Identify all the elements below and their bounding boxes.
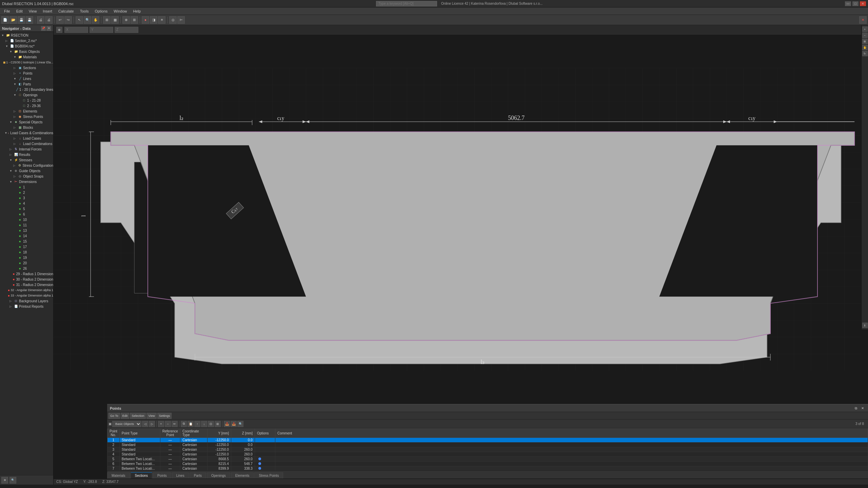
- open-button[interactable]: 📂: [9, 16, 17, 24]
- view-3d-button[interactable]: ▦: [111, 16, 119, 24]
- undo-button[interactable]: ↩: [56, 16, 64, 24]
- nav-pin-button[interactable]: 📌: [41, 26, 46, 31]
- tb2-del-btn[interactable]: −: [165, 421, 171, 427]
- tree-openings[interactable]: ▼ □ Openings: [0, 92, 53, 98]
- snap-button[interactable]: ◎: [169, 16, 177, 24]
- tree-bg-layers[interactable]: ▷ ⊟ Background Layers: [0, 298, 53, 304]
- nav-close-button[interactable]: ✕: [46, 26, 51, 31]
- rt-prop-btn[interactable]: ℹ: [862, 323, 868, 328]
- tree-dim-5[interactable]: ■5: [0, 206, 53, 211]
- tree-dim-1[interactable]: ■1: [0, 184, 53, 190]
- tb2-btn1[interactable]: ◁: [142, 421, 148, 427]
- table-row[interactable]: 2 — Cartesian -12250.0 0.0: [107, 443, 868, 447]
- tree-stresses[interactable]: ▼ ⚡ Stresses: [0, 157, 53, 163]
- coord-button[interactable]: ⊕: [122, 16, 130, 24]
- tree-dim-13[interactable]: ■13: [0, 228, 53, 233]
- tree-dim-19[interactable]: ■19: [0, 255, 53, 260]
- cell-type[interactable]: [119, 457, 160, 462]
- bottom-panel-float-btn[interactable]: ⧉: [853, 406, 859, 411]
- select-button[interactable]: ↖: [76, 16, 83, 24]
- tree-elements[interactable]: ▷ ⊡ Elements: [0, 108, 53, 114]
- stop-button[interactable]: ✕: [859, 16, 867, 24]
- view-fit-button[interactable]: ⊞: [103, 16, 111, 24]
- cell-type[interactable]: [119, 443, 160, 447]
- tree-stress-config[interactable]: ▷ ⚙ Stress Configuration: [0, 163, 53, 168]
- tree-materials[interactable]: ▼ 📁 Materials: [0, 54, 53, 60]
- rt-fit-btn[interactable]: ⊞: [862, 39, 868, 44]
- tb2-paste-btn[interactable]: 📋: [188, 421, 194, 427]
- cell-type[interactable]: [119, 466, 160, 471]
- settings-btn[interactable]: Settings: [157, 413, 172, 419]
- table-row[interactable]: 1 — Cartesian -12250.0 0.0: [107, 438, 868, 443]
- coord-x-input[interactable]: [64, 27, 88, 33]
- print-button[interactable]: 🖨: [37, 16, 44, 24]
- tab-materials[interactable]: Materials: [107, 472, 130, 479]
- table-row[interactable]: 6 — Cartesian 8215.4 548.7: [107, 462, 868, 466]
- tb2-icon5[interactable]: 📥: [224, 421, 230, 427]
- table-row[interactable]: 7 — Cartesian 8399.9 338.3: [107, 466, 868, 471]
- table-row[interactable]: 4 — Cartesian -12250.0 260.0: [107, 452, 868, 457]
- tree-lines-1-20[interactable]: ╱ 1 - 20 | Boundary lines: [0, 87, 53, 92]
- filter-select[interactable]: Basic Objects: [112, 421, 141, 427]
- tree-dim-15[interactable]: ■15: [0, 239, 53, 244]
- tree-dimensions[interactable]: ▼ ⊢ Dimensions: [0, 179, 53, 184]
- cell-type[interactable]: [119, 462, 160, 466]
- menu-calculate[interactable]: Calculate: [56, 7, 77, 15]
- tb2-icon1[interactable]: ↑: [194, 421, 200, 427]
- tab-openings[interactable]: Openings: [207, 472, 230, 479]
- coord-y-input[interactable]: [90, 27, 113, 33]
- rt-pan-btn[interactable]: ✋: [862, 45, 868, 50]
- save-all-button[interactable]: 💾: [26, 16, 33, 24]
- tree-dim-31[interactable]: ■31 - Radius 2 Dimension: [0, 282, 53, 287]
- selection-btn[interactable]: Selection: [130, 413, 146, 419]
- tree-points[interactable]: ▷ • Points: [0, 70, 53, 76]
- table-row[interactable]: 5 — Cartesian 8668.5 260.0: [107, 457, 868, 462]
- tree-dim-33[interactable]: ■33 - Angular Dimension alpha 1: [0, 293, 53, 298]
- tab-points[interactable]: Points: [153, 472, 171, 479]
- tb2-copy-btn[interactable]: ⧉: [181, 421, 187, 427]
- dim-button[interactable]: ⊢: [177, 16, 185, 24]
- tb2-btn2[interactable]: ▷: [149, 421, 155, 427]
- tree-lines[interactable]: ▼ ╱ Lines: [0, 76, 53, 81]
- tree-dim-20[interactable]: ■20: [0, 260, 53, 266]
- viewport[interactable]: ⊕: [54, 25, 868, 485]
- menu-edit[interactable]: Edit: [14, 7, 25, 15]
- menu-file[interactable]: File: [1, 7, 13, 15]
- tree-results[interactable]: ▷ 📊 Results: [0, 152, 53, 157]
- tb2-icon6[interactable]: 📤: [231, 421, 237, 427]
- edit-btn[interactable]: Edit: [121, 413, 130, 419]
- rt-rotate-btn[interactable]: ↻: [862, 51, 868, 56]
- tree-mat-1[interactable]: ◼ 1 - C25/30 | Isotropic | Linear Ela...: [0, 60, 53, 65]
- tree-dim-17[interactable]: ■17: [0, 244, 53, 249]
- menu-tools[interactable]: Tools: [77, 7, 92, 15]
- tab-elements[interactable]: Elements: [231, 472, 254, 479]
- tree-sections[interactable]: ▷ ▣ Sections: [0, 65, 53, 70]
- tree-load-cases-comb[interactable]: ▼ ↓ Load Cases & Combinations: [0, 130, 53, 136]
- tree-dim-26[interactable]: ■26: [0, 266, 53, 271]
- tree-dim-11[interactable]: ■11: [0, 222, 53, 228]
- menu-insert[interactable]: Insert: [40, 7, 55, 15]
- tree-open-29-36[interactable]: □ 2 - 29-36: [0, 103, 53, 108]
- coord-snap-btn[interactable]: ⊕: [56, 27, 62, 33]
- zoom-button[interactable]: 🔍: [84, 16, 91, 24]
- maximize-button[interactable]: □: [852, 1, 859, 6]
- tree-dim-6[interactable]: ■6: [0, 211, 53, 217]
- tree-basic-objects[interactable]: ▼ 📁 Basic Objects: [0, 49, 53, 54]
- tree-dim-29[interactable]: ■29 - Radius 1 Dimension: [0, 271, 53, 277]
- tree-dim-14[interactable]: ■14: [0, 233, 53, 239]
- tb2-add-btn[interactable]: +: [158, 421, 164, 427]
- nav-bottom-btn1[interactable]: ⊕: [1, 477, 8, 484]
- view-btn[interactable]: View: [146, 413, 156, 419]
- tree-rsection[interactable]: ▼ 📁 RSECTION: [0, 33, 53, 38]
- points-table-container[interactable]: Point No. Point Type Reference Point Coo…: [107, 428, 868, 470]
- print2-button[interactable]: 🖨: [45, 16, 53, 24]
- grid-button[interactable]: ⊞: [131, 16, 138, 24]
- tree-dim-10[interactable]: ■10: [0, 217, 53, 222]
- tree-internal-forces[interactable]: ▷ ⇅ Internal Forces: [0, 146, 53, 152]
- redo-button[interactable]: ↪: [64, 16, 72, 24]
- tb2-edit-btn[interactable]: ✏: [172, 421, 178, 427]
- tree-stress-pts[interactable]: ▷ ◉ Stress Points: [0, 114, 53, 119]
- tb2-icon7[interactable]: 🔍: [237, 421, 243, 427]
- bottom-panel-close-btn[interactable]: ✕: [860, 406, 865, 411]
- tree-dim-18[interactable]: ■18: [0, 249, 53, 255]
